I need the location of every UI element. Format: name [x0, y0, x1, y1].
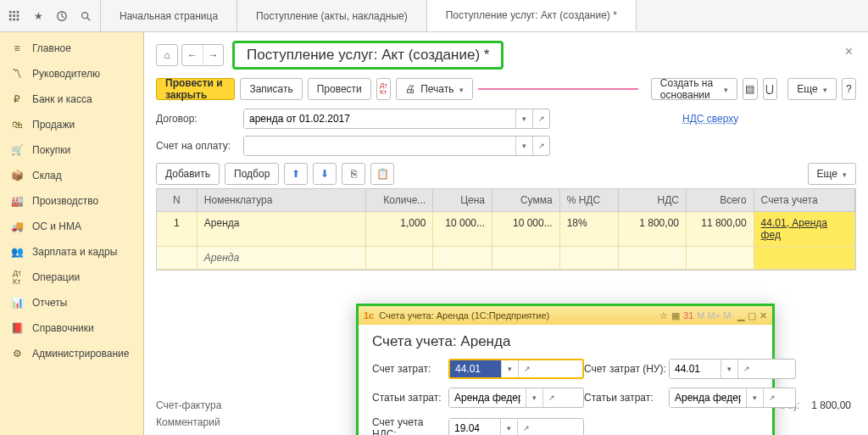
sidebar-item-production[interactable]: 🏭Производство: [0, 188, 143, 214]
contract-combo[interactable]: ▾ ↗: [243, 109, 550, 129]
cost-item2-label: Статьи затрат:: [584, 392, 669, 404]
home-button[interactable]: ⌂: [156, 44, 178, 66]
cost-acct-combo[interactable]: ▾ ↗: [448, 359, 584, 379]
open-icon[interactable]: ↗: [532, 137, 549, 155]
post-button[interactable]: Провести: [308, 78, 371, 100]
paste-button[interactable]: 📋: [370, 163, 394, 185]
chevron-down-icon[interactable]: ▾: [746, 388, 763, 407]
col-n[interactable]: N: [157, 189, 198, 211]
sidebar-item-assets[interactable]: 🚚ОС и НМА: [0, 214, 143, 239]
open-icon[interactable]: ↗: [517, 419, 534, 435]
fav-icon[interactable]: ☆: [659, 310, 668, 321]
open-icon[interactable]: ↗: [518, 360, 535, 377]
chevron-down-icon[interactable]: ▾: [515, 109, 532, 128]
vat-acct-combo[interactable]: ▾ ↗: [448, 418, 584, 435]
help-button[interactable]: ?: [842, 78, 856, 100]
close-icon[interactable]: ✕: [760, 310, 767, 321]
table-row[interactable]: 1 Аренда 1,000 10 000... 10 000... 18% 1…: [157, 212, 855, 247]
col-vat-percent[interactable]: % НДС: [560, 189, 620, 211]
contract-input[interactable]: [244, 109, 515, 128]
tab-label: Поступление услуг: Акт (создание) *: [446, 9, 617, 21]
sidebar-item-admin[interactable]: ⚙Администрирование: [0, 341, 143, 366]
chevron-down-icon[interactable]: ▾: [721, 360, 737, 378]
cell-price: 10 000...: [433, 212, 492, 246]
sidebar-item-reports[interactable]: 📊Отчеты: [0, 290, 143, 315]
invoice-combo[interactable]: ▾ ↗: [243, 136, 550, 156]
dialog-titlebar[interactable]: 1c Счета учета: Аренда (1С:Предприятие) …: [359, 306, 772, 325]
calc-icon[interactable]: ▦: [671, 310, 680, 321]
cell-accounts[interactable]: 44.01, Аренда фед: [754, 212, 855, 246]
cost-item2-input[interactable]: [670, 388, 746, 407]
tab-current[interactable]: Поступление услуг: Акт (создание) *: [427, 0, 637, 31]
minimize-icon[interactable]: ▁: [737, 310, 744, 321]
open-icon[interactable]: ↗: [542, 388, 559, 407]
sidebar-item-label: Главное: [32, 42, 71, 54]
col-vat[interactable]: НДС: [619, 189, 687, 211]
col-nomenclature[interactable]: Номенклатура: [198, 189, 366, 211]
contract-label: Договор:: [156, 113, 236, 125]
sidebar-item-main[interactable]: ≡Главное: [0, 36, 143, 61]
sidebar-item-label: Справочники: [32, 322, 94, 334]
copy-button[interactable]: ⎘: [342, 163, 365, 185]
pick-button[interactable]: Подбор: [225, 163, 279, 185]
col-total[interactable]: Всего: [687, 189, 754, 211]
invoice-input[interactable]: [244, 137, 515, 155]
search-icon[interactable]: [78, 8, 93, 24]
table-more-button[interactable]: Еще: [808, 163, 856, 185]
chevron-down-icon: [459, 83, 464, 95]
chevron-down-icon[interactable]: ▾: [526, 388, 542, 407]
chevron-down-icon[interactable]: ▾: [500, 419, 517, 435]
sidebar-item-label: Производство: [32, 195, 98, 207]
menu-icon: ≡: [10, 42, 24, 55]
sidebar-item-warehouse[interactable]: 📦Склад: [0, 163, 143, 188]
date-icon[interactable]: 31: [683, 310, 693, 321]
apps-icon[interactable]: [7, 8, 22, 24]
cost-acct-input[interactable]: [450, 360, 501, 377]
vat-mode-link[interactable]: НДС сверху: [682, 113, 738, 125]
sidebar-item-manager[interactable]: 〽Руководителю: [0, 61, 143, 86]
col-qty[interactable]: Количе...: [366, 189, 434, 211]
sidebar-item-bank[interactable]: ₽Банк и касса: [0, 86, 143, 112]
cost-item-combo[interactable]: ▾ ↗: [448, 388, 584, 408]
tab-home[interactable]: Начальная страница: [101, 0, 237, 31]
back-button[interactable]: ←: [182, 45, 203, 65]
col-price[interactable]: Цена: [433, 189, 492, 211]
open-icon[interactable]: ↗: [763, 388, 780, 407]
tab-receipts[interactable]: Поступление (акты, накладные): [237, 0, 427, 31]
cost-acct-nu-combo[interactable]: ▾ ↗: [669, 359, 796, 379]
cost-item2-combo[interactable]: ▾ ↗: [669, 388, 796, 408]
open-icon[interactable]: ↗: [532, 109, 549, 128]
add-row-button[interactable]: Добавить: [156, 163, 220, 185]
table-row[interactable]: Аренда: [157, 247, 855, 270]
create-based-button[interactable]: Создать на основании: [651, 78, 737, 100]
sidebar-item-refs[interactable]: 📕Справочники: [0, 315, 143, 341]
invoice-row: Счет на оплату: ▾ ↗: [156, 136, 856, 156]
sidebar-item-hr[interactable]: 👥Зарплата и кадры: [0, 239, 143, 265]
col-sum[interactable]: Сумма: [492, 189, 560, 211]
vat-inc-value: 1 800,00: [806, 399, 856, 411]
move-down-button[interactable]: ⬇: [313, 163, 337, 185]
attach-button[interactable]: ⋃: [763, 78, 777, 100]
print-button[interactable]: 🖨Печать: [396, 78, 472, 100]
sidebar-item-sales[interactable]: 🛍Продажи: [0, 112, 143, 137]
sidebar-item-operations[interactable]: ДтКтОперации: [0, 265, 143, 290]
history-icon[interactable]: [54, 8, 70, 24]
col-accounts[interactable]: Счета учета: [754, 189, 855, 211]
forward-button[interactable]: →: [203, 45, 223, 65]
chevron-down-icon[interactable]: ▾: [515, 137, 532, 155]
write-button[interactable]: Записать: [240, 78, 302, 100]
sidebar-item-purchases[interactable]: 🛒Покупки: [0, 137, 143, 163]
more-button[interactable]: Еще: [787, 78, 836, 100]
doc-button[interactable]: ▤: [743, 78, 757, 100]
open-icon[interactable]: ↗: [737, 360, 754, 378]
move-up-button[interactable]: ⬆: [284, 163, 308, 185]
star-icon[interactable]: ★: [31, 8, 46, 24]
maximize-icon[interactable]: ▢: [748, 310, 756, 321]
cost-item-input[interactable]: [449, 388, 526, 407]
close-icon[interactable]: ×: [845, 44, 853, 59]
vat-acct-input[interactable]: [449, 419, 500, 435]
chevron-down-icon[interactable]: ▾: [501, 360, 518, 377]
post-and-close-button[interactable]: Провести и закрыть: [156, 78, 235, 100]
cost-acct-nu-input[interactable]: [670, 360, 721, 378]
debit-credit-button[interactable]: ДтКт: [376, 78, 391, 100]
